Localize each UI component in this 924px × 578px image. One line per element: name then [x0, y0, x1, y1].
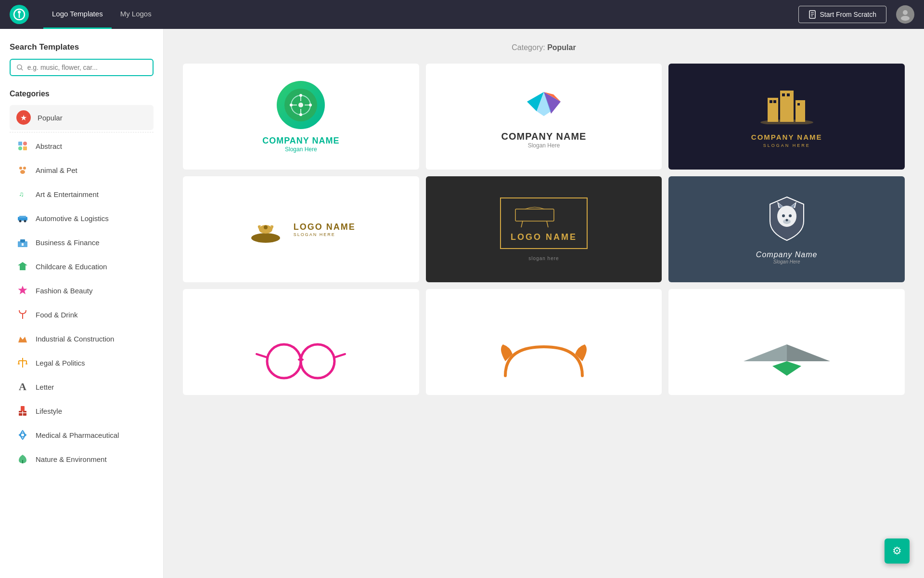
- svg-point-7: [903, 10, 908, 15]
- sidebar-item-letter[interactable]: A Letter: [10, 375, 154, 398]
- svg-point-79: [267, 344, 301, 378]
- logo-card-9[interactable]: [668, 289, 905, 395]
- logo-card-3[interactable]: COMPANY NAME SLOGAN HERE: [668, 64, 905, 170]
- sidebar-item-fashion-beauty[interactable]: Fashion & Beauty: [10, 279, 154, 302]
- fab-settings-icon: ⚙: [892, 545, 902, 557]
- svg-point-80: [301, 344, 334, 378]
- svg-rect-58: [770, 100, 772, 103]
- nav-my-logos[interactable]: My Logos: [112, 0, 160, 29]
- card3-company-name: COMPANY NAME: [751, 133, 822, 141]
- card2-company-name: COMPANY NAME: [501, 131, 587, 142]
- logo-card-8[interactable]: [426, 289, 662, 395]
- search-title: Search Templates: [10, 42, 154, 52]
- card2-heart-icon: [522, 85, 565, 125]
- art-entertainment-icon: ♫: [16, 188, 29, 200]
- topbar: Logo Templates My Logos Start From Scrat…: [0, 0, 924, 29]
- nav-logo-templates[interactable]: Logo Templates: [43, 0, 112, 29]
- sidebar-item-food-drink[interactable]: Food & Drink: [10, 303, 154, 326]
- sidebar-item-automotive[interactable]: Automotive & Logistics: [10, 207, 154, 230]
- svg-point-16: [23, 167, 26, 170]
- sidebar-item-animal-pet[interactable]: Animal & Pet: [10, 158, 154, 182]
- sidebar-item-business-finance[interactable]: Business & Finance: [10, 231, 154, 254]
- logo-card-1-inner: COMPANY NAME Slogan Here: [183, 64, 419, 170]
- svg-point-43: [299, 113, 302, 116]
- app-logo: [10, 5, 29, 24]
- svg-line-69: [547, 221, 548, 227]
- svg-point-49: [298, 103, 303, 107]
- svg-marker-85: [787, 344, 830, 361]
- svg-rect-60: [782, 93, 785, 96]
- svg-point-66: [264, 225, 268, 229]
- cat-label-art-entertainment: Art & Entertainment: [36, 190, 99, 198]
- svg-marker-27: [18, 286, 27, 294]
- logo-card-4-inner: LOGO NAME SLOGAN HERE: [183, 176, 419, 282]
- industrial-icon: [16, 332, 29, 345]
- category-header: Category: Popular: [183, 43, 905, 52]
- logo-card-2[interactable]: COMPANY NAME Slogan Here: [426, 64, 662, 170]
- svg-point-78: [785, 219, 788, 221]
- svg-line-10: [21, 68, 23, 70]
- svg-rect-55: [768, 98, 778, 122]
- start-scratch-button[interactable]: Start From Scratch: [798, 6, 886, 23]
- logo-card-7[interactable]: [183, 289, 419, 395]
- card6-slogan: Slogan Here: [773, 259, 800, 264]
- svg-rect-12: [23, 142, 27, 145]
- category-prefix: Category:: [512, 43, 545, 52]
- food-drink-icon: [16, 308, 29, 321]
- sidebar-item-medical[interactable]: Medical & Pharmaceutical: [10, 423, 154, 447]
- sidebar-item-art-entertainment[interactable]: ♫ Art & Entertainment: [10, 183, 154, 206]
- sidebar-item-childcare-education[interactable]: Childcare & Education: [10, 255, 154, 278]
- cat-label-letter: Letter: [36, 383, 54, 391]
- svg-rect-61: [787, 93, 790, 96]
- cat-label-legal: Legal & Politics: [36, 359, 85, 367]
- svg-point-21: [19, 220, 22, 223]
- svg-marker-26: [18, 262, 27, 270]
- cat-label-automotive: Automotive & Logistics: [36, 214, 109, 223]
- svg-point-15: [19, 167, 22, 170]
- sidebar-item-abstract[interactable]: Abstract: [10, 134, 154, 158]
- card4-slogan: SLOGAN HERE: [294, 232, 356, 237]
- svg-point-64: [251, 233, 280, 243]
- search-input[interactable]: [27, 64, 147, 71]
- svg-point-41: [299, 94, 302, 97]
- card3-slogan: SLOGAN HERE: [763, 143, 810, 148]
- svg-marker-84: [744, 344, 787, 361]
- svg-point-8: [901, 16, 910, 21]
- logo-card-1[interactable]: COMPANY NAME Slogan Here: [183, 64, 419, 170]
- logo-card-6[interactable]: Company Name Slogan Here: [668, 176, 905, 282]
- svg-rect-62: [797, 103, 800, 105]
- logo-card-9-inner: [744, 289, 830, 395]
- svg-rect-59: [773, 100, 776, 103]
- cat-label-animal-pet: Animal & Pet: [36, 166, 77, 174]
- card1-circle-icon: [277, 81, 325, 129]
- svg-rect-34: [21, 406, 25, 411]
- svg-line-83: [334, 354, 345, 357]
- cat-label-abstract: Abstract: [36, 142, 62, 150]
- logo-card-3-inner: COMPANY NAME SLOGAN HERE: [668, 64, 905, 170]
- automotive-icon: [16, 212, 29, 224]
- cat-label-medical: Medical & Pharmaceutical: [36, 431, 119, 439]
- svg-point-44: [290, 104, 293, 106]
- sidebar-item-popular[interactable]: ★ Popular: [10, 105, 154, 130]
- topbar-right: Start From Scratch: [798, 5, 914, 24]
- card5-slogan: slogan here: [528, 256, 559, 261]
- svg-rect-57: [796, 100, 805, 122]
- sidebar-item-industrial[interactable]: Industrial & Construction: [10, 327, 154, 350]
- logo-grid: COMPANY NAME Slogan Here: [183, 64, 905, 395]
- avatar[interactable]: [896, 5, 914, 24]
- search-box-container: [10, 59, 154, 76]
- letter-icon: A: [16, 381, 29, 393]
- svg-point-42: [309, 104, 312, 106]
- svg-point-75: [782, 214, 785, 217]
- card4-bird-icon: [246, 209, 285, 250]
- cat-label-fashion-beauty: Fashion & Beauty: [36, 287, 92, 295]
- logo-card-5[interactable]: LOGO NAME slogan here: [426, 176, 662, 282]
- sidebar-item-legal[interactable]: Legal & Politics: [10, 351, 154, 374]
- sidebar-item-nature[interactable]: Nature & Environment: [10, 447, 154, 471]
- fab-settings-button[interactable]: ⚙: [885, 539, 910, 564]
- svg-rect-11: [18, 142, 22, 145]
- svg-rect-67: [515, 209, 554, 221]
- svg-point-17: [20, 170, 25, 174]
- sidebar-item-lifestyle[interactable]: Lifestyle: [10, 399, 154, 422]
- logo-card-4[interactable]: LOGO NAME SLOGAN HERE: [183, 176, 419, 282]
